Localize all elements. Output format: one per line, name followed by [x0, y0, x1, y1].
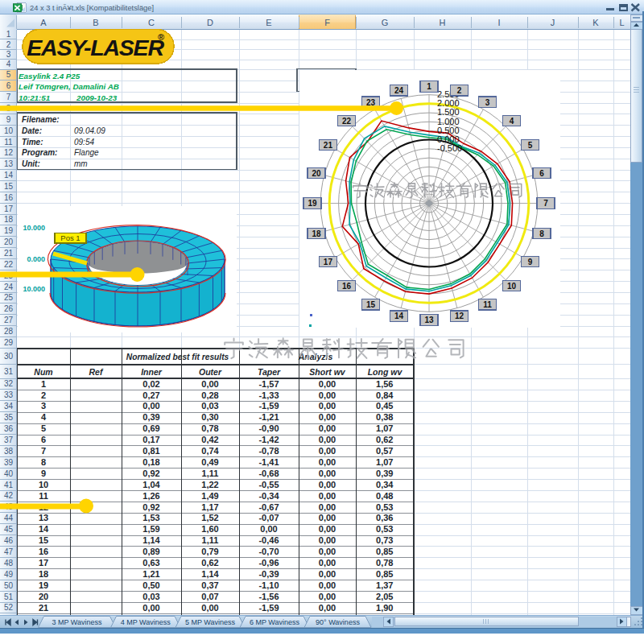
svg-text:0,00: 0,00: [319, 379, 336, 389]
svg-text:-0,67: -0,67: [258, 502, 279, 512]
svg-text:17: 17: [324, 258, 333, 266]
svg-text:6: 6: [41, 435, 46, 444]
svg-text:19: 19: [39, 580, 48, 590]
svg-text:F: F: [324, 18, 330, 27]
svg-text:9: 9: [41, 469, 46, 478]
svg-text:35: 35: [4, 413, 14, 422]
svg-text:-1,57: -1,57: [258, 379, 279, 389]
svg-text:0,92: 0,92: [142, 502, 159, 512]
svg-text:47: 47: [4, 547, 14, 556]
svg-text:0,37: 0,37: [201, 580, 218, 590]
svg-text:18: 18: [4, 215, 14, 224]
svg-text:0,39: 0,39: [376, 469, 393, 478]
svg-text:0,27: 0,27: [142, 390, 159, 400]
svg-text:-0,96: -0,96: [258, 558, 279, 568]
svg-text:24: 24: [4, 283, 14, 291]
svg-text:Leif Tömgren, Damalini AB: Leif Tömgren, Damalini AB: [19, 82, 119, 91]
svg-text:®: ®: [158, 32, 164, 42]
svg-text:16: 16: [39, 547, 48, 556]
svg-text:6 MP Waviness: 6 MP Waviness: [250, 618, 300, 626]
svg-text:1,59: 1,59: [142, 524, 159, 534]
svg-text:1,07: 1,07: [376, 423, 393, 433]
svg-text:2: 2: [457, 86, 462, 95]
svg-text:2: 2: [6, 40, 11, 49]
svg-text:0,00: 0,00: [319, 603, 336, 613]
svg-text:1,52: 1,52: [201, 513, 218, 522]
svg-text:0,00: 0,00: [319, 446, 336, 456]
svg-text:14: 14: [4, 171, 14, 180]
svg-text:1,90: 1,90: [376, 603, 393, 613]
svg-text:0,38: 0,38: [376, 412, 393, 422]
svg-text:0.500: 0.500: [437, 126, 460, 135]
svg-text:0,89: 0,89: [142, 547, 159, 556]
svg-text:45: 45: [4, 525, 14, 534]
svg-text:G: G: [382, 18, 389, 27]
svg-text:0,00: 0,00: [319, 423, 336, 433]
svg-text:7: 7: [543, 199, 548, 208]
svg-text:0,49: 0,49: [201, 457, 218, 467]
svg-text:1.500: 1.500: [437, 107, 460, 117]
svg-text:1,56: 1,56: [376, 379, 393, 389]
svg-text:4: 4: [41, 412, 47, 422]
svg-text:-1,56: -1,56: [258, 592, 279, 601]
svg-text:0,73: 0,73: [376, 535, 393, 545]
svg-text:5: 5: [528, 141, 533, 150]
svg-text:13: 13: [424, 316, 434, 324]
svg-text:09:54: 09:54: [74, 138, 94, 147]
svg-text:8: 8: [41, 457, 46, 467]
svg-text:0,00: 0,00: [319, 469, 336, 478]
svg-text:0,00: 0,00: [319, 535, 336, 545]
svg-text:1,60: 1,60: [201, 524, 218, 534]
svg-text:0,00: 0,00: [319, 491, 336, 501]
svg-text:0,92: 0,92: [142, 469, 159, 478]
svg-text:5: 5: [41, 423, 46, 433]
svg-text:0,00: 0,00: [319, 558, 336, 568]
svg-text:40: 40: [4, 469, 14, 478]
svg-text:mm: mm: [74, 159, 88, 168]
svg-text:I: I: [497, 18, 500, 27]
svg-text:-0,90: -0,90: [258, 423, 279, 433]
svg-text:1: 1: [41, 379, 46, 389]
svg-text:0,00: 0,00: [319, 524, 336, 534]
svg-text:Flange: Flange: [74, 148, 99, 157]
svg-text:10: 10: [39, 480, 48, 489]
svg-text:51: 51: [4, 592, 14, 601]
svg-text:7: 7: [6, 93, 11, 101]
svg-text:0,62: 0,62: [201, 558, 218, 568]
svg-text:10: 10: [507, 282, 517, 291]
svg-text:-0,39: -0,39: [258, 569, 279, 579]
svg-text:36: 36: [4, 424, 14, 433]
svg-text:0,78: 0,78: [376, 558, 393, 568]
svg-text:-1,41: -1,41: [258, 457, 279, 467]
svg-text:15: 15: [4, 182, 14, 191]
svg-text:24 x 3 t inÃ¥t.xls [Kompatibi: 24 x 3 t inÃ¥t.xls [Kompatibilitetsläge]: [30, 4, 154, 12]
svg-text:21: 21: [324, 141, 333, 150]
svg-text:Easylink 2.4 P25: Easylink 2.4 P25: [19, 72, 80, 80]
svg-text:2,05: 2,05: [376, 592, 393, 601]
svg-text:0,34: 0,34: [376, 480, 394, 489]
svg-text:7: 7: [41, 446, 46, 456]
svg-text:11: 11: [483, 300, 492, 309]
svg-text:44: 44: [4, 514, 14, 522]
svg-text:21: 21: [4, 249, 14, 258]
svg-text:C: C: [148, 18, 155, 27]
svg-text:20: 20: [39, 592, 48, 601]
svg-text:-1,59: -1,59: [258, 401, 279, 411]
svg-text:H: H: [440, 18, 446, 27]
svg-text:6: 6: [539, 169, 544, 178]
svg-text:EASY-LASER: EASY-LASER: [27, 35, 164, 60]
svg-text:1,14: 1,14: [201, 569, 219, 579]
svg-text:-1,42: -1,42: [258, 435, 279, 444]
svg-text:Outer: Outer: [199, 367, 222, 377]
svg-text:-0,34: -0,34: [258, 491, 279, 501]
svg-text:0,69: 0,69: [142, 423, 159, 433]
svg-text:1: 1: [6, 30, 11, 39]
svg-text:0,85: 0,85: [376, 569, 393, 579]
svg-text:21: 21: [39, 603, 48, 613]
svg-text:24: 24: [394, 86, 404, 95]
svg-text:Taper: Taper: [258, 367, 281, 377]
svg-text:39: 39: [4, 458, 14, 467]
svg-text:1: 1: [427, 82, 431, 91]
svg-text:-0,68: -0,68: [258, 469, 279, 478]
svg-text:0,00: 0,00: [201, 603, 218, 613]
